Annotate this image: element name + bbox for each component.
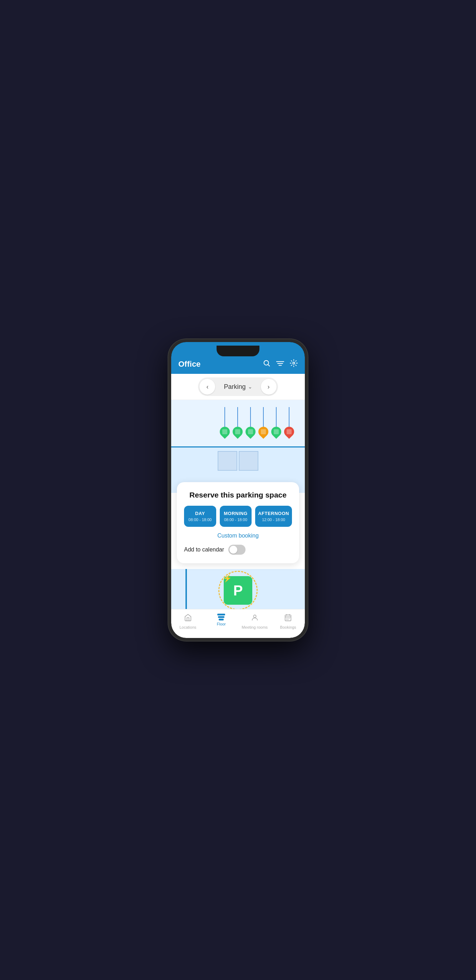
parking-pin-5[interactable] xyxy=(271,407,281,437)
app-title: Office xyxy=(178,360,201,369)
meeting-rooms-label: Meeting rooms xyxy=(242,625,267,629)
phone-frame: Office xyxy=(168,339,308,641)
nav-pill: ‹ Parking ⌄ › xyxy=(198,377,278,396)
home-icon xyxy=(184,614,192,624)
blue-border xyxy=(185,569,187,609)
parking-slot[interactable] xyxy=(218,451,237,471)
pin-red-icon xyxy=(282,425,296,439)
reserve-title: Reserve this parking space xyxy=(184,491,292,499)
afternoon-button[interactable]: AFTERNOON 12:00 - 18:00 xyxy=(255,506,292,527)
pins-row xyxy=(171,400,305,437)
floor-layer-3 xyxy=(219,619,224,620)
parking-pin-2[interactable] xyxy=(232,407,243,437)
reserve-card: Reserve this parking space DAY 08:00 - 1… xyxy=(177,482,299,563)
floor-layers-icon xyxy=(217,614,225,620)
current-location-label[interactable]: Parking ⌄ xyxy=(217,383,259,391)
svg-line-1 xyxy=(268,364,269,366)
screen: Office xyxy=(171,342,305,638)
parking-pin-1[interactable] xyxy=(220,407,230,437)
pin-line xyxy=(289,407,290,427)
afternoon-label: AFTERNOON xyxy=(258,511,289,516)
pin-yellow-icon xyxy=(256,425,271,439)
next-location-button[interactable]: › xyxy=(261,379,277,395)
day-button[interactable]: DAY 08:00 - 18:00 xyxy=(184,506,216,527)
toggle-thumb xyxy=(229,546,237,554)
parking-pin-3[interactable] xyxy=(245,407,256,437)
day-time: 08:00 - 18:00 xyxy=(187,517,213,522)
parking-map xyxy=(171,400,305,493)
nav-meeting-rooms[interactable]: Meeting rooms xyxy=(238,612,272,631)
pin-green-icon xyxy=(218,425,232,439)
header-icons xyxy=(263,359,298,369)
calendar-toggle-switch[interactable] xyxy=(228,545,245,555)
bookings-label: Bookings xyxy=(280,625,296,629)
nav-floor[interactable]: Floor xyxy=(205,612,238,631)
afternoon-time: 12:00 - 18:00 xyxy=(258,517,289,522)
nav-locations[interactable]: Locations xyxy=(171,612,205,631)
chevron-down-icon: ⌄ xyxy=(248,384,252,390)
time-buttons: DAY 08:00 - 18:00 MORNING 08:00 - 18:00 … xyxy=(184,506,292,527)
lightning-icon: ⚡ xyxy=(223,574,232,582)
calendar-icon xyxy=(284,614,292,624)
prev-location-button[interactable]: ‹ xyxy=(199,379,215,395)
main-content: Reserve this parking space DAY 08:00 - 1… xyxy=(171,400,305,609)
svg-point-5 xyxy=(293,362,295,364)
morning-label: MORNING xyxy=(223,511,249,516)
parking-pin-4[interactable] xyxy=(258,407,268,437)
lower-parking-map: P ⚡ P P xyxy=(171,569,305,609)
person-icon xyxy=(251,614,259,624)
settings-icon[interactable] xyxy=(290,359,298,369)
pin-green-icon xyxy=(269,425,283,439)
parking-pin-6[interactable] xyxy=(284,407,294,437)
pin-line xyxy=(276,407,277,427)
parking-slot[interactable] xyxy=(239,451,258,471)
pin-line xyxy=(250,407,251,427)
floor-layer-1 xyxy=(217,614,225,616)
morning-time: 08:00 - 18:00 xyxy=(223,517,249,522)
floor-layer-2 xyxy=(218,616,224,618)
pin-line xyxy=(224,407,225,427)
bottom-nav: Locations Floor Meeting rooms xyxy=(171,609,305,638)
location-nav: ‹ Parking ⌄ › xyxy=(171,374,305,400)
custom-booking-link[interactable]: Custom booking xyxy=(184,533,292,539)
day-label: DAY xyxy=(187,511,213,516)
calendar-toggle-label: Add to calendar xyxy=(184,546,224,553)
locations-label: Locations xyxy=(179,625,196,629)
filter-icon[interactable] xyxy=(276,360,284,368)
calendar-toggle-row: Add to calendar xyxy=(184,545,292,555)
pin-line xyxy=(237,407,238,427)
pin-green-icon xyxy=(231,425,245,439)
app-header: Office xyxy=(171,342,305,374)
svg-point-6 xyxy=(253,615,256,617)
morning-button[interactable]: MORNING 08:00 - 18:00 xyxy=(220,506,252,527)
search-icon[interactable] xyxy=(263,359,271,369)
parking-slots xyxy=(171,447,305,474)
pin-green-icon xyxy=(244,425,258,439)
floor-label: Floor xyxy=(217,622,226,626)
pin-line xyxy=(263,407,264,427)
nav-bookings[interactable]: Bookings xyxy=(272,612,305,631)
